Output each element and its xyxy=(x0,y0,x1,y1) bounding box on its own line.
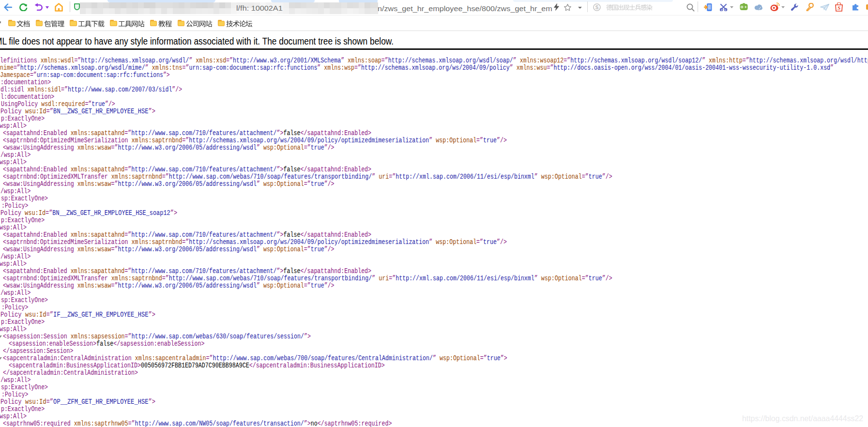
svg-text:S: S xyxy=(595,5,599,10)
svg-text:S: S xyxy=(838,5,840,11)
